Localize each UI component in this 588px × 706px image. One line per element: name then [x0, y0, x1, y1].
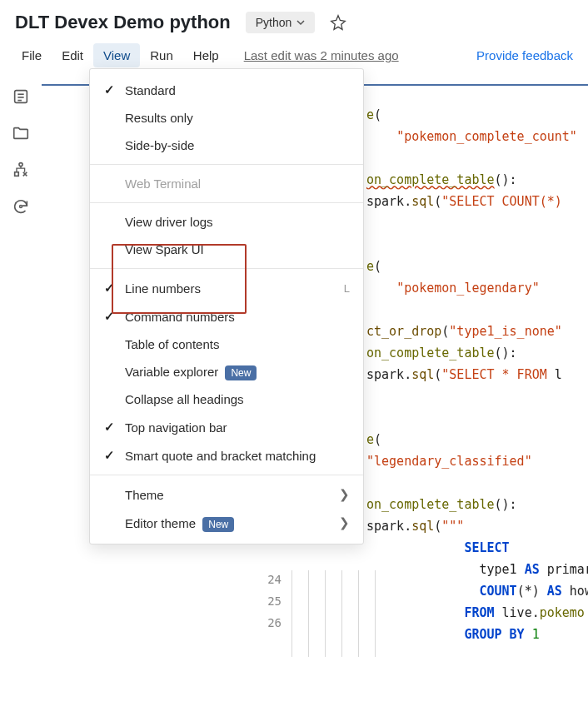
menu-label: Command numbers [125, 310, 350, 324]
code-token: type1 [479, 562, 524, 577]
view-side-by-side[interactable]: Side-by-side [90, 132, 363, 159]
code-token: e [366, 107, 374, 122]
menu-file[interactable]: File [12, 43, 52, 67]
menu-label: View driver logs [125, 215, 350, 229]
new-badge: New [202, 517, 234, 532]
language-label: Python [256, 16, 292, 29]
schema-icon[interactable] [12, 161, 30, 179]
svg-point-6 [20, 206, 22, 208]
view-driver-logs[interactable]: View driver logs [90, 208, 363, 236]
code-token: "pokemon_legendary" [396, 281, 540, 296]
view-dropdown: ✓ Standard Results only Side-by-side Web… [89, 68, 364, 544]
view-variable-explorer[interactable]: Variable explorer New [90, 358, 363, 385]
code-token: (): [495, 346, 517, 360]
menu-label: Table of contents [125, 337, 350, 351]
chevron-right-icon: ❯ [339, 487, 350, 502]
code-token: FROM [464, 605, 501, 620]
code-token: e [366, 432, 374, 447]
code-token: "type1_is_none" [449, 324, 561, 339]
view-standard[interactable]: ✓ Standard [90, 76, 363, 104]
menu-label-text: Variable explorer [125, 365, 218, 379]
code-token: spark [366, 194, 404, 209]
view-table-of-contents[interactable]: Table of contents [90, 331, 363, 358]
view-command-numbers[interactable]: ✓ Command numbers [90, 302, 363, 331]
code-token: AS [525, 562, 540, 577]
code-token: how [562, 584, 588, 599]
view-top-nav-bar[interactable]: ✓ Top navigation bar [90, 413, 363, 441]
view-smart-quote[interactable]: ✓ Smart quote and bracket matching [90, 441, 363, 470]
svg-rect-5 [15, 172, 19, 176]
notebook-title: DLT Devex Demo python [15, 12, 231, 33]
menu-label: Web Terminal [125, 176, 350, 191]
code-token: "pokemon_complete_count" [396, 129, 577, 144]
code-token: AS [547, 584, 562, 599]
menu-label: Results only [125, 111, 350, 125]
menu-label: Side-by-side [125, 138, 350, 152]
code-token: e [366, 259, 374, 274]
menu-label: Line numbers [125, 281, 336, 296]
check-icon: ✓ [102, 82, 117, 97]
code-token: sql [411, 519, 434, 534]
code-token: * [525, 584, 532, 599]
star-icon[interactable] [330, 14, 346, 31]
line-number: 26 [248, 612, 282, 634]
code-token: pokemo [540, 605, 585, 620]
code-token: (): [495, 497, 517, 512]
code-token: GROUP BY [464, 627, 531, 642]
menu-label: Collapse all headings [125, 392, 350, 406]
menu-separator [90, 268, 363, 269]
view-collapse-headings[interactable]: Collapse all headings [90, 385, 363, 413]
menu-view[interactable]: View [93, 43, 140, 67]
view-web-terminal: Web Terminal [90, 170, 363, 197]
chevron-right-icon: ❯ [339, 515, 350, 530]
code-token: "legendary_classified" [366, 454, 532, 469]
code-token: "SELECT COUNT(*) [441, 194, 562, 209]
check-icon: ✓ [102, 309, 117, 324]
list-icon[interactable] [12, 87, 30, 106]
code-token: "SELECT * FROM [441, 367, 554, 382]
menu-help[interactable]: Help [183, 43, 229, 67]
refresh-icon[interactable] [12, 197, 30, 216]
indent-guides [292, 570, 391, 657]
menu-label: Top navigation bar [125, 420, 350, 435]
chevron-down-icon [296, 18, 305, 27]
code-token: 1 [532, 627, 540, 642]
language-picker[interactable]: Python [246, 12, 316, 33]
code-token: spark [366, 519, 404, 534]
view-line-numbers[interactable]: ✓ Line numbers L [90, 274, 363, 302]
code-token: sql [411, 367, 434, 382]
check-icon: ✓ [102, 281, 117, 296]
code-token: sql [411, 194, 434, 209]
code-token: ) [532, 584, 547, 599]
line-number: 24 [248, 569, 282, 590]
check-icon: ✓ [102, 448, 117, 463]
last-edit-status[interactable]: Last edit was 2 minutes ago [244, 48, 399, 62]
menu-shortcut: L [344, 282, 350, 295]
menu-label-text: Editor theme [125, 516, 196, 530]
menu-label: Editor theme New [125, 516, 331, 530]
code-token: ct_or_drop [366, 324, 441, 339]
code-token: on_complete_table [366, 172, 495, 187]
code-token: SELECT [464, 540, 509, 555]
code-token: on_complete_table [366, 346, 495, 360]
view-theme[interactable]: Theme ❯ [90, 480, 363, 509]
menu-label: Variable explorer New [125, 365, 350, 379]
menu-run[interactable]: Run [140, 43, 183, 67]
menu-label: Smart quote and bracket matching [125, 449, 350, 463]
code-token: COUNT [479, 584, 516, 599]
menu-label: Standard [125, 83, 350, 97]
code-token: (): [495, 172, 517, 187]
provide-feedback-link[interactable]: Provide feedback [476, 48, 573, 62]
check-icon: ✓ [102, 420, 117, 435]
code-token: spark [366, 367, 404, 382]
folder-icon[interactable] [12, 124, 30, 142]
menu-edit[interactable]: Edit [52, 43, 93, 67]
svg-point-4 [19, 163, 22, 167]
code-token: on_complete_table [366, 497, 495, 512]
code-token: primar [540, 562, 588, 577]
code-token: live [502, 605, 532, 620]
view-spark-ui[interactable]: View Spark UI [90, 236, 363, 263]
view-results-only[interactable]: Results only [90, 104, 363, 132]
view-editor-theme[interactable]: Editor theme New ❯ [90, 509, 363, 537]
menu-separator [90, 164, 363, 165]
